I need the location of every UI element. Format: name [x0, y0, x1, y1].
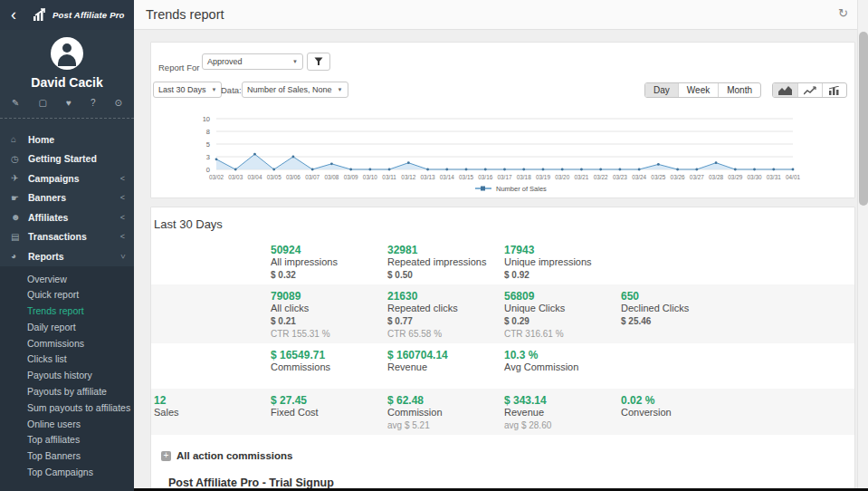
- stat-repeated-impressions: 32981Repeated impressions$ 0.50: [387, 244, 504, 281]
- bar-chart-button[interactable]: [822, 83, 846, 97]
- svg-text:03/24: 03/24: [632, 174, 646, 180]
- clock-icon: ◷: [11, 154, 28, 164]
- svg-text:03/02: 03/02: [209, 174, 224, 180]
- chevron-left-icon: <: [120, 213, 125, 222]
- stat-all-impressions: 50924All impressions$ 0.32: [271, 244, 387, 281]
- svg-text:0: 0: [206, 166, 210, 174]
- power-icon[interactable]: ⊙: [115, 98, 122, 108]
- stat-empty: [621, 349, 738, 385]
- tool-icon-row: ✎ ▢ ♥ ? ⊙: [0, 98, 134, 118]
- submenu-item-clicks-list[interactable]: Clicks list: [0, 351, 134, 368]
- sidebar-item-campaigns[interactable]: ✈Campaigns<: [0, 168, 134, 188]
- svg-text:03/10: 03/10: [363, 174, 377, 180]
- menu-label: Home: [28, 134, 125, 145]
- submenu-item-quick-report[interactable]: Quick report: [0, 287, 134, 303]
- stat-sales: 12Sales: [154, 394, 271, 431]
- stat-revenue: $ 343.14Revenueavg $ 28.60: [504, 394, 621, 431]
- svg-text:5: 5: [206, 140, 210, 149]
- sidebar-item-getting-started[interactable]: ◷Getting Started: [0, 149, 134, 169]
- chevron-left-icon: <: [120, 193, 125, 202]
- submenu-item-daily-report[interactable]: Daily report: [0, 320, 134, 336]
- sidebar-item-home[interactable]: ⌂Home: [0, 130, 134, 149]
- period-month-button[interactable]: Month: [718, 83, 760, 97]
- stats-grid: 50924All impressions$ 0.3232981Repeated …: [151, 238, 854, 435]
- svg-text:03/29: 03/29: [728, 174, 742, 180]
- submenu-item-overview[interactable]: Overview: [0, 272, 134, 288]
- sidebar-item-banners[interactable]: ☛Banners<: [0, 188, 134, 208]
- line-chart-button[interactable]: [797, 83, 822, 97]
- data-label: Data:: [221, 85, 242, 95]
- submenu-item-online-users[interactable]: Online users: [0, 417, 134, 433]
- period-day-button[interactable]: Day: [645, 83, 678, 97]
- submenu-item-sum-payouts-to-affiliates[interactable]: Sum payouts to affiliates: [0, 400, 134, 417]
- sales-trend-chart: 10853003/0203/0303/0403/0503/0603/0703/0…: [151, 111, 856, 197]
- stat-commissions: $ 16549.71Commissions: [271, 349, 387, 385]
- menu-label: Affiliates: [28, 212, 120, 223]
- scrollbar-thumb[interactable]: [859, 32, 868, 206]
- svg-text:03/28: 03/28: [709, 174, 723, 180]
- submenu-item-top-affiliates[interactable]: Top affiliates: [0, 432, 134, 448]
- submenu-item-top-banners[interactable]: Top Banners: [0, 448, 134, 465]
- svg-text:03/18: 03/18: [517, 174, 531, 180]
- submenu-item-top-campaigns[interactable]: Top Campaigns: [0, 465, 134, 481]
- filter-button[interactable]: [307, 53, 330, 71]
- refresh-icon[interactable]: ↻: [838, 6, 848, 20]
- svg-text:03/09: 03/09: [344, 174, 358, 180]
- svg-text:03/11: 03/11: [382, 174, 396, 180]
- stat-unique-impressions: 17943Unique impressions$ 0.92: [504, 244, 621, 281]
- avatar[interactable]: [51, 37, 83, 70]
- chevron-down-icon: ▼: [332, 87, 343, 92]
- date-range-select[interactable]: Last 30 Days▼: [153, 82, 222, 98]
- svg-text:03/27: 03/27: [690, 174, 704, 180]
- sidebar-item-reports[interactable]: ◕Reports<: [0, 246, 134, 266]
- help-icon[interactable]: ?: [91, 98, 96, 108]
- menu-label: Getting Started: [28, 153, 125, 164]
- submenu-item-trends-report[interactable]: Trends report: [0, 303, 134, 320]
- heart-icon[interactable]: ♥: [66, 98, 72, 108]
- logo-icon: [33, 8, 48, 22]
- svg-text:03/23: 03/23: [613, 174, 627, 180]
- submenu-item-payouts-history[interactable]: Payouts history: [0, 368, 134, 384]
- back-icon[interactable]: ‹: [0, 0, 27, 30]
- monitor-icon[interactable]: ▢: [38, 98, 46, 108]
- basket-icon: ▤: [11, 232, 28, 242]
- data-select[interactable]: Number of Sales, None▼: [242, 82, 348, 98]
- submenu-item-commissions[interactable]: Commissions: [0, 336, 134, 352]
- stats-row: 50924All impressions$ 0.3232981Repeated …: [151, 238, 854, 284]
- stat-avg-commission: 10.3 %Avg Commission: [504, 349, 621, 385]
- svg-text:03/05: 03/05: [267, 174, 281, 180]
- report-for-label: Report For: [158, 63, 199, 72]
- pencil-icon[interactable]: ✎: [12, 98, 19, 108]
- stats-row: 79089All clicks$ 0.21CTR 155.31 %21630Re…: [151, 284, 854, 343]
- svg-text:03/20: 03/20: [555, 174, 569, 180]
- page-title: Trends report: [146, 7, 224, 22]
- stat-unique-clicks: 56809Unique Clicks$ 0.29CTR 316.61 %: [504, 290, 621, 340]
- svg-text:03/06: 03/06: [286, 174, 300, 180]
- svg-text:03/13: 03/13: [421, 174, 435, 180]
- svg-text:03/19: 03/19: [536, 174, 550, 180]
- period-toggle: DayWeekMonth: [644, 82, 761, 98]
- profile-section: David Cacik ✎ ▢ ♥ ? ⊙: [0, 30, 134, 119]
- sidebar-item-affiliates[interactable]: ☻Affiliates<: [0, 207, 134, 227]
- sidebar-item-transactions[interactable]: ▤Transactions<: [0, 227, 134, 247]
- area-chart-button[interactable]: [773, 83, 797, 97]
- chevron-left-icon: <: [120, 174, 125, 183]
- stat-empty: [154, 290, 271, 340]
- users-icon: ☻: [11, 212, 28, 222]
- brand-name: Post Affiliate Pro: [52, 10, 125, 20]
- submenu-item-payouts-by-affiliate[interactable]: Payouts by affiliate: [0, 384, 134, 400]
- report-for-select[interactable]: Approved▼: [202, 53, 303, 70]
- svg-text:03/17: 03/17: [498, 174, 512, 180]
- period-week-button[interactable]: Week: [678, 83, 718, 97]
- chevron-down-icon: ▼: [206, 87, 217, 92]
- menu-label: Banners: [28, 192, 120, 203]
- vertical-scrollbar[interactable]: [857, 0, 868, 491]
- all-action-commissions-toggle[interactable]: + All action commissions: [161, 450, 292, 461]
- home-icon: ⌂: [11, 134, 28, 144]
- stat-empty: [738, 290, 854, 340]
- svg-text:03/04: 03/04: [247, 174, 262, 180]
- stats-card: Last 30 Days 50924All impressions$ 0.323…: [150, 207, 855, 491]
- chevron-down-icon: ▼: [287, 59, 298, 64]
- stat-empty: [154, 349, 271, 385]
- stat-revenue: $ 160704.14Revenue: [387, 349, 504, 385]
